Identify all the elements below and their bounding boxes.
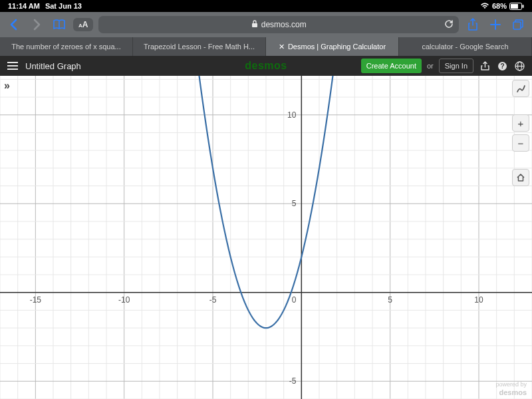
sign-in-button[interactable]: Sign In xyxy=(439,59,473,73)
battery-icon xyxy=(509,3,524,10)
svg-rect-6 xyxy=(513,22,521,29)
tab-strip: The number of zeroes of x squa... Trapez… xyxy=(0,37,532,56)
share-graph-button[interactable] xyxy=(479,60,491,72)
refresh-icon[interactable] xyxy=(444,19,454,31)
tab-label: Trapezoid Lesson - Free Math H... xyxy=(144,43,255,51)
close-icon[interactable]: ✕ xyxy=(279,43,285,51)
settings-button[interactable] xyxy=(512,80,529,97)
svg-text:-15: -15 xyxy=(30,295,42,305)
share-button[interactable] xyxy=(464,16,481,33)
help-button[interactable]: ? xyxy=(496,60,508,72)
graph-controls: + − xyxy=(512,80,529,186)
ipad-status-bar: 11:14 AM Sat Jun 13 68% xyxy=(0,0,532,12)
language-button[interactable] xyxy=(513,60,525,72)
svg-rect-3 xyxy=(252,23,257,27)
desmos-header: Untitled Graph desmos Create Account or … xyxy=(0,56,532,76)
graph-svg: -15-10-5510-55100 xyxy=(0,76,532,399)
url-host: desmos.com xyxy=(261,20,307,29)
tab-2[interactable]: ✕ Desmos | Graphing Calculator xyxy=(266,37,399,56)
svg-text:10: 10 xyxy=(474,295,483,305)
battery-percent: 68% xyxy=(492,2,507,10)
url-bar[interactable]: desmos.com xyxy=(98,16,459,33)
powered-by: powered by desmos xyxy=(495,382,527,396)
tab-label: calculator - Google Search xyxy=(422,43,508,51)
status-date: Sat Jun 13 xyxy=(45,2,82,10)
svg-text:?: ? xyxy=(500,63,504,70)
zoom-out-button[interactable]: − xyxy=(512,134,529,152)
safari-toolbar: AA desmos.com xyxy=(0,12,532,37)
svg-text:-5: -5 xyxy=(209,295,217,305)
or-label: or xyxy=(427,62,434,70)
svg-text:-10: -10 xyxy=(118,295,130,305)
svg-rect-1 xyxy=(511,4,518,9)
back-button[interactable] xyxy=(5,16,23,33)
expand-panel-button[interactable]: » xyxy=(4,80,10,92)
tab-0[interactable]: The number of zeroes of x squa... xyxy=(0,37,133,56)
menu-button[interactable] xyxy=(7,60,19,72)
lock-icon xyxy=(251,20,258,30)
svg-text:10: 10 xyxy=(287,110,297,120)
home-button[interactable] xyxy=(512,169,529,186)
tab-label: The number of zeroes of x squa... xyxy=(11,43,120,51)
tab-label: Desmos | Graphing Calculator xyxy=(288,43,386,51)
wifi-icon xyxy=(480,3,489,9)
tab-3[interactable]: calculator - Google Search xyxy=(399,37,532,56)
zoom-in-button[interactable]: + xyxy=(512,114,529,132)
new-tab-button[interactable] xyxy=(487,16,504,33)
text-size-button[interactable]: AA xyxy=(73,18,93,31)
svg-text:0: 0 xyxy=(292,295,297,305)
svg-text:5: 5 xyxy=(292,199,297,208)
graph-title[interactable]: Untitled Graph xyxy=(25,61,81,71)
create-account-button[interactable]: Create Account xyxy=(361,59,422,73)
graph-canvas[interactable]: » + − -15-10-5510-55100 powered by desmo… xyxy=(0,76,532,399)
svg-rect-2 xyxy=(523,5,524,8)
tab-1[interactable]: Trapezoid Lesson - Free Math H... xyxy=(133,37,266,56)
svg-text:-5: -5 xyxy=(289,376,297,386)
desmos-logo: desmos xyxy=(245,60,287,72)
forward-button[interactable] xyxy=(28,16,45,33)
tabs-button[interactable] xyxy=(509,16,527,33)
bookmarks-button[interactable] xyxy=(51,16,68,33)
status-time: 11:14 AM xyxy=(8,2,40,10)
svg-text:5: 5 xyxy=(388,295,392,305)
